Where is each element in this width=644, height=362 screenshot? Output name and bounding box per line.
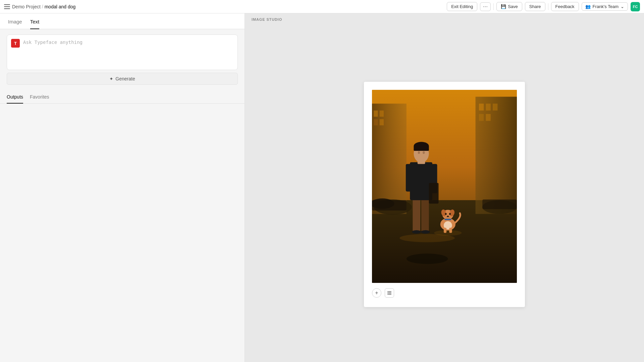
topnav-left: Demo Project / modal and dog [4, 4, 444, 9]
avatar[interactable]: FC [631, 2, 640, 11]
chevron-down-icon: ⌄ [621, 4, 624, 9]
prompt-input[interactable] [23, 39, 233, 66]
generate-label: Generate [115, 76, 135, 81]
bottom-actions: + [372, 283, 517, 299]
save-button[interactable]: 💾 Save [496, 2, 522, 11]
svg-rect-9 [486, 104, 490, 111]
add-button[interactable]: + [372, 288, 381, 298]
input-area: T ✦ Generate [0, 29, 245, 90]
team-badge[interactable]: 👥 Frank's Team ⌄ [582, 2, 628, 11]
svg-point-47 [388, 291, 389, 292]
left-panel: Image Text T ✦ Generate Outputs [0, 13, 245, 362]
nav-divider [493, 3, 494, 10]
svg-point-39 [447, 216, 449, 217]
svg-rect-5 [374, 119, 378, 125]
svg-rect-20 [421, 197, 429, 231]
svg-rect-8 [479, 104, 484, 111]
svg-point-31 [418, 151, 420, 154]
generate-icon: ✦ [109, 76, 113, 81]
tab-image[interactable]: Image [8, 13, 22, 29]
svg-point-50 [388, 293, 389, 294]
svg-point-41 [449, 213, 451, 215]
output-tabs: Outputs Favorites [0, 90, 245, 104]
input-box: T [7, 35, 238, 70]
svg-point-32 [423, 151, 425, 154]
svg-rect-10 [493, 104, 497, 111]
svg-point-54 [389, 294, 390, 295]
svg-rect-12 [486, 114, 490, 121]
canvas-area: + [245, 13, 644, 362]
main-layout: Image Text T ✦ Generate Outputs [0, 13, 644, 362]
main-image[interactable] [372, 90, 517, 283]
svg-rect-19 [413, 197, 420, 231]
save-icon: 💾 [501, 4, 506, 9]
nav-divider-2 [548, 3, 548, 10]
input-row: T [11, 39, 233, 66]
image-card: + [364, 82, 525, 307]
feedback-button[interactable]: Feedback [551, 2, 579, 11]
save-label: Save [508, 4, 518, 9]
right-panel: IMAGE STUDIO [245, 13, 644, 362]
tab-text[interactable]: Text [30, 13, 40, 29]
topnav-right: Exit Editing ⋯ 💾 Save Share Feedback 👥 F… [447, 2, 640, 11]
outputs-content [0, 104, 245, 362]
svg-point-21 [412, 230, 421, 234]
svg-rect-30 [414, 146, 429, 151]
svg-point-51 [389, 293, 390, 294]
svg-point-55 [390, 294, 391, 295]
svg-point-22 [421, 230, 430, 234]
svg-point-49 [390, 291, 391, 292]
svg-rect-15 [372, 200, 407, 210]
svg-point-40 [445, 213, 447, 215]
svg-rect-3 [374, 111, 378, 117]
svg-point-46 [434, 230, 462, 236]
svg-point-48 [389, 291, 390, 292]
grid-icon [387, 291, 392, 295]
generate-button[interactable]: ✦ Generate [7, 73, 238, 85]
svg-rect-6 [380, 119, 384, 125]
breadcrumb: Demo Project / modal and dog [12, 4, 75, 9]
svg-rect-11 [479, 114, 484, 121]
tab-favorites[interactable]: Favorites [30, 90, 49, 104]
svg-rect-4 [380, 111, 384, 117]
studio-label: IMAGE STUDIO [252, 17, 282, 21]
share-button[interactable]: Share [525, 2, 545, 11]
svg-rect-24 [406, 164, 412, 191]
team-icon: 👥 [585, 4, 591, 9]
grid-button[interactable] [385, 288, 394, 298]
svg-point-18 [407, 254, 448, 264]
more-button[interactable]: ⋯ [480, 2, 491, 11]
topnav: Demo Project / modal and dog Exit Editin… [0, 0, 644, 13]
breadcrumb-current[interactable]: modal and dog [45, 4, 76, 9]
exit-editing-button[interactable]: Exit Editing [447, 2, 477, 11]
svg-rect-17 [482, 199, 517, 209]
breadcrumb-project[interactable]: Demo Project [12, 4, 41, 9]
svg-point-53 [388, 294, 389, 295]
team-label: Frank's Team [593, 4, 619, 9]
tab-outputs[interactable]: Outputs [7, 90, 23, 104]
svg-point-52 [390, 293, 391, 294]
hamburger-icon[interactable] [4, 4, 10, 9]
typeface-icon: T [11, 39, 20, 48]
svg-rect-26 [429, 183, 439, 204]
breadcrumb-sep: / [42, 4, 43, 9]
panel-tabs: Image Text [0, 13, 245, 29]
svg-rect-42 [444, 219, 451, 220]
